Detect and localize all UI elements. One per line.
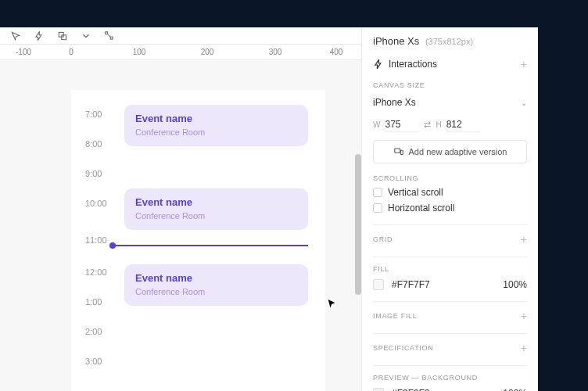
preview-swatch[interactable]	[373, 388, 384, 391]
devices-icon	[393, 146, 404, 157]
svg-rect-0	[59, 32, 63, 37]
height-label: H	[436, 120, 441, 129]
time-label: 8:00	[85, 139, 102, 149]
svg-rect-1	[62, 34, 66, 39]
checkbox-icon	[373, 203, 382, 213]
preview-header: PREVIEW — BACKGROUND	[373, 374, 527, 382]
fill-row[interactable]: #F7F7F7 100%	[373, 279, 527, 290]
horizontal-scroll-label: Horizontal scroll	[388, 203, 454, 213]
time-label: 11:00	[85, 235, 107, 245]
interactions-label: Interactions	[389, 59, 437, 70]
device-name: iPhone Xs	[373, 35, 419, 47]
dropdown-chevron-icon[interactable]	[80, 30, 92, 42]
canvas-area[interactable]: 7:008:009:0010:0011:0012:001:002:003:00 …	[0, 60, 361, 391]
preview-opacity[interactable]: 100%	[503, 388, 527, 391]
image-fill-header: IMAGE FILL	[373, 312, 418, 320]
layers-icon[interactable]	[56, 30, 69, 42]
interactions-row[interactable]: Interactions	[373, 59, 437, 70]
bolt-icon[interactable]	[33, 30, 45, 42]
adaptive-label: Add new adaptive version	[409, 147, 507, 156]
svg-rect-2	[106, 31, 108, 34]
svg-rect-3	[110, 37, 113, 39]
bolt-icon	[373, 59, 384, 70]
vertical-scrollbar[interactable]	[355, 154, 361, 295]
vertical-scroll-label: Vertical scroll	[388, 187, 443, 198]
add-interaction-button[interactable]: +	[521, 58, 527, 70]
current-time-line	[113, 245, 308, 246]
grid-header: GRID	[373, 235, 393, 243]
specification-header: SPECIFICATION	[373, 344, 433, 352]
artboard-iphone[interactable]: 7:008:009:0010:0011:0012:001:002:003:00 …	[71, 90, 325, 391]
ruler-tick: 200	[201, 48, 214, 56]
device-title: iPhone Xs (375x812px)	[373, 35, 527, 47]
add-specification-button[interactable]: +	[521, 342, 527, 354]
canvas-size-dropdown[interactable]: iPhone Xs ⌄	[373, 94, 527, 111]
ruler-tick: -100	[16, 48, 31, 56]
event-location: Conference Room	[135, 211, 297, 221]
event-title: Event name	[135, 113, 297, 124]
width-input[interactable]: 375	[385, 117, 419, 132]
inspector-panel: iPhone Xs (375x812px) Interactions + CAN…	[361, 27, 538, 391]
dimensions-row: W 375 ⇄ H 812	[373, 117, 527, 132]
swap-icon[interactable]: ⇄	[424, 120, 431, 130]
pointer-icon[interactable]	[9, 30, 22, 42]
event-title: Event name	[135, 196, 297, 208]
fill-opacity[interactable]: 100%	[503, 279, 527, 290]
width-label: W	[373, 120, 380, 129]
time-label: 12:00	[85, 267, 107, 277]
add-image-fill-button[interactable]: +	[521, 310, 527, 322]
horizontal-ruler: -1000100200300400	[0, 45, 361, 60]
time-label: 1:00	[85, 297, 102, 307]
ruler-tick: 300	[269, 48, 282, 56]
preview-bg-row[interactable]: #F3F3F3 100%	[373, 388, 527, 391]
event-location: Conference Room	[135, 287, 297, 296]
add-grid-button[interactable]: +	[521, 233, 527, 246]
time-label: 2:00	[85, 327, 102, 336]
fill-swatch[interactable]	[373, 279, 384, 290]
fill-header: FILL	[373, 265, 527, 273]
svg-rect-10	[394, 149, 400, 152]
scrolling-header: SCROLLING	[373, 174, 527, 182]
event-location: Conference Room	[135, 127, 297, 137]
svg-rect-11	[400, 150, 403, 154]
device-dims: (375x812px)	[425, 37, 473, 46]
preview-color[interactable]: #F3F3F3	[392, 388, 430, 391]
calendar-event[interactable]: Event nameConference Room	[124, 188, 308, 230]
ruler-tick: 100	[133, 48, 146, 56]
event-title: Event name	[135, 272, 297, 284]
time-label: 9:00	[85, 169, 102, 178]
ruler-tick: 400	[330, 48, 343, 56]
time-label: 10:00	[85, 199, 107, 208]
distribute-icon[interactable]	[103, 30, 116, 42]
vertical-scroll-checkbox[interactable]: Vertical scroll	[373, 187, 527, 198]
chevron-down-icon: ⌄	[521, 99, 527, 107]
ruler-tick: 0	[69, 48, 74, 56]
height-input[interactable]: 812	[446, 117, 481, 132]
fill-color[interactable]: #F7F7F7	[392, 279, 430, 290]
time-label: 7:00	[85, 109, 102, 119]
calendar-event[interactable]: Event nameConference Room	[124, 105, 308, 146]
canvas-size-header: CANVAS SIZE	[373, 81, 527, 89]
add-adaptive-button[interactable]: Add new adaptive version	[373, 140, 527, 163]
canvas-size-value: iPhone Xs	[373, 97, 416, 108]
time-label: 3:00	[85, 357, 102, 366]
checkbox-icon	[373, 188, 382, 197]
calendar-event[interactable]: Event nameConference Room	[124, 264, 308, 306]
horizontal-scroll-checkbox[interactable]: Horizontal scroll	[373, 203, 527, 213]
